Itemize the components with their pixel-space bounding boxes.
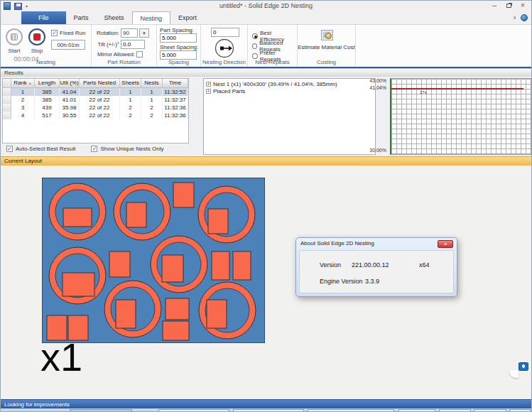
group-costing: Estimate Material Cost Costing [298,25,356,67]
tilt-input[interactable] [121,40,145,49]
start-icon [11,33,18,40]
rect-part [63,273,94,296]
tree-item-placed-parts-label: Placed Parts [213,88,245,94]
rect-part [63,208,92,227]
mirror-allowed-label: Mirror Allowed: [94,51,135,58]
about-dialog[interactable]: About Solid Edge 2D Nesting × Version 22… [295,237,457,297]
group-label-nest-repeats: Nest Repeats [248,59,297,65]
tab-sheets[interactable]: Sheets [97,11,132,24]
estimate-cost-button[interactable]: Estimate Material Cost [298,44,355,50]
table-cell: 1 [11,88,35,96]
current-layout-caption: Current Layout [1,156,531,166]
column-length[interactable]: Length [35,79,60,87]
column-parts-nested[interactable]: Parts Nested [80,79,120,87]
auto-select-label: Auto-Select Best Result [16,146,75,152]
close-button[interactable]: × [516,1,530,11]
row-selector[interactable] [3,112,11,119]
table-row[interactable]: 238541.0122 of 221111:32:37 [3,96,188,104]
minimize-button[interactable]: – [487,1,501,11]
table-header[interactable]: Rank▲ Length Util (%) Parts Nested Sheet… [3,79,188,88]
direction-angle-input[interactable] [211,28,239,37]
column-rank[interactable]: Rank▲ [11,79,35,87]
table-cell: 2 [120,112,141,119]
expand-icon[interactable]: + [206,82,211,87]
tree-item-nest[interactable]: + Nest 1 (x1) '400x300' (39.49% / 41.04%… [206,80,373,87]
results-panel: Rank▲ Length Util (%) Parts Nested Sheet… [1,77,531,156]
stop-label: Stop [24,48,50,54]
tree-item-placed-parts[interactable]: + Placed Parts [206,87,373,94]
expand-icon[interactable]: + [206,89,211,94]
ribbon-spacer [356,25,531,67]
duration-field[interactable]: 00h:01m [51,40,85,50]
row-selector[interactable] [3,88,11,96]
mirror-allowed-checkbox[interactable] [136,51,143,58]
sheet-spacing-label: Sheet Spacing: [160,44,198,50]
table-cell: 11:32:36 [163,104,188,112]
column-time[interactable]: Time [163,79,188,87]
group-label-part-rotation: Part Rotation [92,59,156,65]
help-icon[interactable] [521,14,528,21]
results-caption: Results [1,68,531,77]
show-unique-label: Show Unique Nests Only [100,146,163,152]
taskbar-fragment [474,409,506,412]
part-spacing-input[interactable] [160,33,197,43]
tick-line: 41.04% [369,85,386,90]
radio-balanced-repeats[interactable] [252,43,257,49]
maximize-button[interactable] [501,1,516,11]
stop-button[interactable] [28,28,45,45]
results-table[interactable]: Rank▲ Length Util (%) Parts Nested Sheet… [2,78,189,143]
group-nesting-direction: Nesting Direction [201,25,248,67]
nest-tree[interactable]: + Nest 1 (x1) '400x300' (39.49% / 41.04%… [203,78,376,155]
show-unique-checkbox[interactable]: ✓ [91,146,97,152]
radio-prefer-repeats[interactable] [252,53,258,59]
engine-version-label: Engine Version [320,278,363,285]
table-row[interactable]: 138541.0422 of 221111:32:52 [3,88,188,96]
table-row[interactable]: 343935.9822 of 222211:32:36 [3,104,188,112]
start-button[interactable] [6,28,23,45]
about-dialog-title: About Solid Edge 2D Nesting [300,240,374,246]
nesting-sheet[interactable] [42,178,265,343]
tab-export[interactable]: Export [170,11,205,24]
tab-nesting[interactable]: Nesting [132,11,171,24]
group-nest-repeats: Best Efficiency Balanced Repeats Prefer … [248,25,298,67]
table-cell: 22 of 22 [80,88,120,96]
column-util[interactable]: Util (%) [60,79,80,87]
group-label-costing: Costing [298,59,355,65]
tree-item-nest-label: Nest 1 (x1) '400x300' (39.49% / 41.04%, … [213,81,337,87]
tab-file[interactable]: File [21,11,66,24]
teamviewer-icon[interactable] [519,362,528,371]
dialog-close-button[interactable]: × [438,240,453,248]
rect-part [207,300,227,328]
rotation-select[interactable]: 90 [121,28,138,38]
results-table-body: 138541.0422 of 221111:32:52238541.0122 o… [3,88,188,119]
row-selector[interactable] [3,104,11,112]
collapse-ribbon-icon[interactable]: ∧ [513,15,516,21]
sort-asc-icon: ▲ [28,81,32,85]
radio-best-efficiency[interactable] [252,33,258,39]
fixed-run-checkbox[interactable]: ✓ [51,30,58,36]
estimate-cost-icon[interactable] [321,30,333,40]
table-cell: 22 of 22 [80,104,120,112]
taskbar-fragment [158,409,229,412]
results-options: ✓ Auto-Select Best Result ✓ Show Unique … [6,146,163,152]
taskbar-fragment [70,409,132,412]
chart-axis-labels: 43.00% 41.04% 30.00% [356,78,388,155]
row-selector[interactable] [3,96,11,104]
group-label-nesting: Nesting [1,59,91,65]
column-nests[interactable]: Nests [141,79,163,87]
table-row[interactable]: 451730.5522 of 222211:32:36 [3,112,188,119]
tab-parts[interactable]: Parts [66,11,97,24]
sheet-multiplier-label: x1 [40,337,82,377]
table-cell: 1 [120,88,141,96]
table-cell: 3 [11,104,35,112]
auto-select-checkbox[interactable]: ✓ [6,146,13,152]
window-title: untitled* - Solid Edge 2D Nesting [1,2,531,9]
direction-arrow-icon[interactable] [215,38,234,58]
taskbar-fragment [233,409,304,412]
chevron-down-icon[interactable]: ▼ [139,28,149,38]
group-label-nesting-direction: Nesting Direction [201,59,247,65]
rect-part [165,298,189,320]
column-sheets[interactable]: Sheets [120,79,141,87]
table-cell: 4 [11,112,35,119]
tick-top: 43.00% [369,78,386,83]
